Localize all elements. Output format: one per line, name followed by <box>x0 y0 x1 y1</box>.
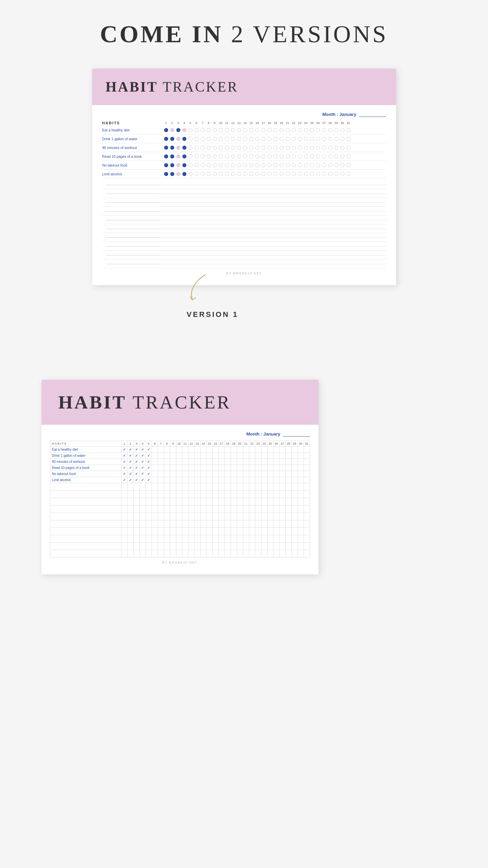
v2-empty-row <box>50 513 310 520</box>
habit-row-1: Eat a healthy diet <box>102 127 386 134</box>
v2-empty-row <box>50 550 310 557</box>
watermark-v2: BY MRSNEAT.NET <box>50 561 310 564</box>
watermark-v1: BY MRSNEAT.NET <box>102 272 386 275</box>
version1-body: Month : January HABITS 1 2 3 4 5 6 7 8 9… <box>92 105 396 285</box>
version1-header: HABIT TRACKER <box>92 69 396 105</box>
version1-title: HABIT TRACKER <box>106 79 383 95</box>
month-value: January <box>339 112 356 117</box>
month-row: Month : January <box>102 112 386 117</box>
month-underline <box>359 117 386 117</box>
table-header: HABITS 1 2 3 4 5 6 7 8 9 10 11 12 13 14 … <box>102 121 386 125</box>
v2-habit-row: Drink 1 gallon of water✓✓✓✓✓ <box>50 453 310 459</box>
v2-empty-row <box>50 528 310 535</box>
v2-habits-header: HABITS <box>50 441 121 447</box>
v2-habit-row: Read 10 pages of a book✓✓✓✓✓ <box>50 465 310 471</box>
v2-table: HABITS 1 2 3 4 5 6 7 8 9 10 11 12 13 <box>50 441 310 557</box>
v2-habit-row: No takeout food✓✓✓✓✓ <box>50 471 310 477</box>
v2-habit-row: Eat a healthy diet✓✓✓✓✓ <box>50 447 310 453</box>
main-title: COME IN 2 Versions <box>100 20 388 48</box>
version2-header: HABIT TRACKER <box>42 380 318 425</box>
empty-row <box>102 191 386 198</box>
version1-container: HABIT TRACKER Month : January HABITS 1 2… <box>92 69 396 285</box>
title-regular: 2 Versions <box>231 21 388 48</box>
version2-body: Month : January HABITS 1 2 3 4 5 6 7 <box>42 425 318 574</box>
empty-row <box>102 226 386 233</box>
empty-row <box>102 234 386 242</box>
version2-title-regular: TRACKER <box>133 392 231 413</box>
version2-card: HABIT TRACKER Month : January HABITS 1 2 <box>42 380 318 574</box>
v2-empty-row <box>50 520 310 528</box>
version1-arrow-icon <box>179 268 219 308</box>
habit-row-2: Drink 1 gallon of water <box>102 136 386 143</box>
v2-month-label: Month : <box>246 431 263 437</box>
version1-title-regular: TRACKER <box>163 79 238 95</box>
v2-empty-row <box>50 483 310 491</box>
version1-card: HABIT TRACKER Month : January HABITS 1 2… <box>92 69 396 285</box>
v2-habit-row: Limit alcohol✓✓✓✓✓ <box>50 477 310 483</box>
habits-col-header: HABITS <box>102 121 163 125</box>
version2-title-bold: HABIT <box>58 392 127 413</box>
version2-outer: HABIT TRACKER Month : January HABITS 1 2 <box>42 380 447 574</box>
v2-habit-row: 90 minutes of workout✓✓✓✓✓ <box>50 459 310 465</box>
habit-row-4: Read 10 pages of a book <box>102 153 386 161</box>
empty-row <box>102 182 386 189</box>
habit-tracker-table: Eat a healthy diet <box>102 127 386 268</box>
v2-empty-row <box>50 535 310 543</box>
version1-arrow-container: VERSION 1 <box>160 268 238 319</box>
title-bold: COME IN <box>100 21 223 48</box>
version1-title-bold: HABIT <box>106 79 158 95</box>
empty-row <box>102 208 386 216</box>
v2-month-value: January <box>263 431 280 437</box>
v2-empty-row <box>50 491 310 498</box>
empty-row <box>102 199 386 207</box>
month-label: Month : <box>322 112 339 117</box>
version2-title: HABIT TRACKER <box>58 392 302 413</box>
empty-row <box>102 261 386 268</box>
habit-row-5: No takeout food <box>102 162 386 170</box>
empty-row <box>102 243 386 251</box>
days-header: 1 2 3 4 5 6 7 8 9 10 11 12 13 14 15 16 1 <box>163 121 352 125</box>
v2-empty-row <box>50 543 310 550</box>
empty-row <box>102 252 386 259</box>
version1-label: VERSION 1 <box>187 310 238 319</box>
v2-empty-row <box>50 498 310 505</box>
v2-empty-row <box>50 505 310 513</box>
habit-row-3: 90 minutes of workout <box>102 145 386 152</box>
v2-month-row: Month : January <box>50 431 310 437</box>
empty-row <box>102 217 386 224</box>
habit-row-6: Limit alcohol <box>102 171 386 178</box>
